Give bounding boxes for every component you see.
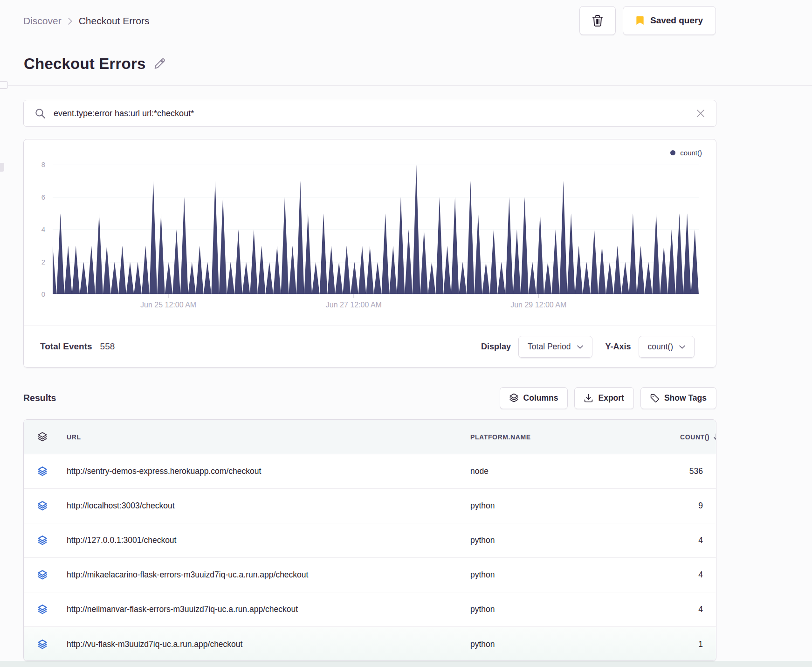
table-body: http://sentry-demos-express.herokuapp.co… [24, 454, 716, 661]
stack-icon[interactable] [38, 432, 67, 442]
chart-y-axis-labels: 02468 [28, 165, 48, 294]
platform-cell: python [470, 535, 680, 545]
chart-controls: Display Total Period Y-Axis count() [481, 336, 700, 358]
download-icon [584, 394, 593, 403]
legend-series-dot [670, 150, 675, 155]
yaxis-select-value: count() [648, 342, 673, 352]
results-header-row: Results Columns Export [23, 383, 716, 412]
breadcrumb-discover-link[interactable]: Discover [23, 15, 62, 27]
url-cell[interactable]: http://sentry-demos-express.herokuapp.co… [67, 466, 470, 476]
results-actions: Columns Export Show Tags [500, 387, 716, 409]
header-divider [0, 85, 812, 86]
table-row[interactable]: http://127.0.0.1:3001/checkout python 4 [24, 523, 716, 558]
count-cell: 1 [680, 639, 703, 649]
y-axis-tick: 4 [28, 225, 45, 234]
count-cell: 4 [680, 604, 703, 614]
results-table: URL PLATFORM.NAME COUNT() http://sentry-… [23, 419, 716, 661]
url-cell[interactable]: http://localhost:3003/checkout [67, 501, 470, 511]
panel-collapse-handle[interactable] [0, 163, 4, 172]
total-events-label: Total Events [40, 341, 92, 352]
discover-saved-query-page: Discover Checkout Errors Saved query [0, 0, 812, 661]
edit-title-icon[interactable] [153, 58, 165, 70]
export-button[interactable]: Export [574, 387, 633, 409]
columns-button-label: Columns [523, 393, 558, 403]
count-cell: 4 [680, 535, 703, 545]
chevron-right-icon [68, 18, 72, 25]
y-axis-tick: 6 [28, 193, 45, 202]
count-header-label: COUNT() [680, 433, 709, 441]
y-axis-tick: 0 [28, 290, 45, 299]
show-tags-button-label: Show Tags [664, 393, 707, 403]
x-axis-tick: Jun 29 12:00 AM [496, 301, 580, 309]
show-tags-button[interactable]: Show Tags [640, 387, 716, 409]
display-select-value: Total Period [528, 342, 571, 352]
chart-footer: Total Events 558 Display Total Period Y-… [24, 326, 716, 367]
tag-icon [650, 394, 659, 403]
stack-icon [38, 501, 67, 511]
search-bar[interactable]: event.type:error has:url url:*checkout* [23, 100, 716, 127]
stack-icon [38, 604, 67, 614]
platform-cell: node [470, 466, 680, 476]
sort-desc-icon [713, 433, 716, 441]
chart-legend[interactable]: count() [670, 149, 702, 157]
table-row[interactable]: http://mikaelacarino-flask-errors-m3uuiz… [24, 558, 716, 592]
table-row[interactable]: http://neilmanvar-flask-errors-m3uuizd7i… [24, 592, 716, 627]
display-label: Display [481, 342, 511, 352]
total-events: Total Events 558 [40, 341, 115, 352]
breadcrumb: Discover Checkout Errors [23, 13, 149, 29]
platform-cell: python [470, 570, 680, 580]
y-axis-tick: 8 [28, 160, 45, 169]
stack-icon [38, 466, 67, 476]
platform-cell: python [470, 604, 680, 614]
top-actions: Saved query [579, 6, 716, 35]
legend-series-label: count() [680, 149, 702, 157]
url-cell[interactable]: http://127.0.0.1:3001/checkout [67, 535, 470, 545]
table-row[interactable]: http://sentry-demos-express.herokuapp.co… [24, 454, 716, 489]
url-cell[interactable]: http://vu-flask-m3uuizd7iq-uc.a.run.app/… [67, 639, 470, 649]
column-header-url[interactable]: URL [67, 433, 470, 441]
layers-icon [509, 393, 518, 403]
trash-icon [592, 14, 603, 27]
results-title: Results [23, 393, 56, 403]
clear-search-icon[interactable] [696, 109, 705, 118]
column-header-count[interactable]: COUNT() [680, 433, 716, 441]
count-cell: 9 [680, 501, 703, 511]
column-header-platform[interactable]: PLATFORM.NAME [470, 433, 680, 441]
breadcrumb-current: Checkout Errors [79, 15, 150, 27]
x-axis-tick: Jun 25 12:00 AM [126, 301, 210, 309]
table-header-row: URL PLATFORM.NAME COUNT() [24, 420, 716, 454]
search-input[interactable]: event.type:error has:url url:*checkout* [54, 109, 696, 118]
url-cell[interactable]: http://neilmanvar-flask-errors-m3uuizd7i… [67, 604, 470, 614]
columns-button[interactable]: Columns [500, 387, 568, 409]
search-icon [35, 108, 46, 119]
url-cell[interactable]: http://mikaelacarino-flask-errors-m3uuiz… [67, 570, 470, 580]
saved-query-label: Saved query [650, 15, 703, 26]
events-area-chart[interactable]: 02468 Jun 25 12:00 AMJun 27 12:00 AMJun … [53, 165, 699, 299]
stack-icon [38, 535, 67, 545]
saved-query-button[interactable]: Saved query [623, 6, 716, 35]
events-chart-card: count() 02468 Jun 25 12:00 AMJun 27 12:0… [23, 139, 716, 368]
chart-canvas [53, 165, 699, 299]
stack-icon [38, 639, 67, 649]
count-cell: 4 [680, 570, 703, 580]
chevron-down-icon [679, 345, 685, 349]
total-events-value: 558 [100, 341, 115, 352]
chevron-down-icon [577, 345, 583, 349]
count-cell: 536 [680, 466, 703, 476]
yaxis-label: Y-Axis [606, 342, 631, 352]
yaxis-select[interactable]: count() [639, 336, 695, 358]
platform-cell: python [470, 501, 680, 511]
page-title: Checkout Errors [24, 55, 146, 73]
stack-icon [38, 570, 67, 580]
y-axis-tick: 2 [28, 257, 45, 267]
display-select[interactable]: Total Period [518, 336, 592, 358]
sidebar-collapse-handle[interactable] [0, 81, 8, 89]
table-row[interactable]: http://vu-flask-m3uuizd7iq-uc.a.run.app/… [24, 627, 716, 661]
bookmark-icon [636, 16, 644, 25]
page-title-row: Checkout Errors [24, 55, 165, 73]
x-axis-tick: Jun 27 12:00 AM [312, 301, 396, 309]
table-row[interactable]: http://localhost:3003/checkout python 9 [24, 489, 716, 523]
export-button-label: Export [598, 393, 624, 403]
delete-query-button[interactable] [579, 6, 616, 35]
platform-cell: python [470, 639, 680, 649]
